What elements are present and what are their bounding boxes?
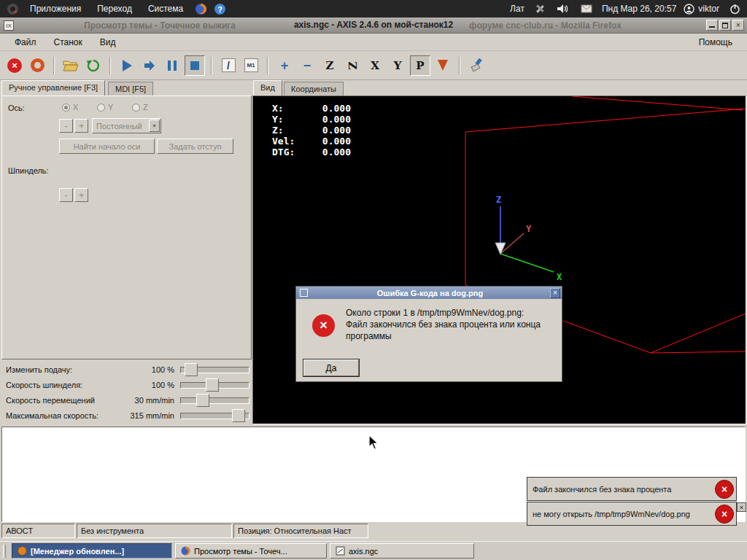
home-axis-button[interactable]: Найти начало оси xyxy=(59,139,155,154)
run-program-button[interactable] xyxy=(117,55,137,76)
user-switcher[interactable]: viktor xyxy=(684,4,719,15)
error-icon: × xyxy=(312,314,335,337)
radio-axis-y[interactable]: Y xyxy=(97,103,113,112)
toolbar-separator xyxy=(53,57,55,74)
minimize-button[interactable] xyxy=(706,20,718,31)
spindle-minus-button[interactable]: - xyxy=(59,188,73,202)
radio-axis-x[interactable]: X xyxy=(62,103,78,112)
maximize-button[interactable] xyxy=(719,20,731,31)
spindle-plus-button[interactable]: + xyxy=(74,188,88,202)
axis-label: Ось: xyxy=(8,104,25,112)
machine-axes: Z Y X xyxy=(495,195,562,282)
view-top-button[interactable]: Z xyxy=(320,55,340,76)
radio-icon xyxy=(132,104,140,112)
step-icon xyxy=(143,61,156,71)
dialog-message: Около строки 1 в /tmp/tmp9WmNev/dog.png:… xyxy=(346,307,554,342)
menu-applications[interactable]: Приложения xyxy=(23,1,88,16)
minimize-icon xyxy=(709,23,715,28)
view-rotated-top-button[interactable]: Z xyxy=(342,55,363,76)
close-button[interactable]: × xyxy=(732,20,744,31)
tools-tray-icon[interactable] xyxy=(532,1,548,16)
zoom-out-button[interactable]: − xyxy=(297,55,317,76)
manual-control-panel: Ось: X Y Z - + Постоянный ▼ Найти начало… xyxy=(1,96,252,359)
dialog-window-icon xyxy=(300,289,308,297)
menu-help[interactable]: Помощь xyxy=(692,35,740,50)
open-file-button[interactable] xyxy=(61,55,81,76)
rotate-view-button[interactable] xyxy=(433,55,453,76)
window-title: axis.ngc - AXIS 2.4.6 on мой-станок12 xyxy=(288,20,459,30)
notification-close-button[interactable]: × xyxy=(715,505,734,524)
feed-override-slider[interactable] xyxy=(180,363,249,376)
gcode-error-dialog: Ошибка G-кода на dog.png × × Около строк… xyxy=(295,286,562,382)
jog-speed-slider[interactable] xyxy=(180,394,249,407)
jog-plus-button[interactable]: + xyxy=(74,119,88,133)
toolbar-separator xyxy=(211,57,212,74)
keyboard-layout-indicator[interactable]: Лат xyxy=(510,4,525,14)
status-estop: АВОСТ xyxy=(1,524,75,538)
zoom-in-icon: + xyxy=(281,59,289,72)
tab-mdi[interactable]: MDI [F5] xyxy=(108,82,153,96)
feed-override-value: 100 % xyxy=(122,365,180,374)
clock[interactable]: Пнд Мар 26, 20:57 xyxy=(602,4,676,14)
window-titlebar[interactable]: IX Просмотр темы - Точечное выжига форум… xyxy=(0,18,747,34)
menu-view[interactable]: Вид xyxy=(93,35,123,50)
tab-manual-control[interactable]: Ручное управление [F3] xyxy=(1,80,105,96)
view-front-button[interactable]: Y xyxy=(387,55,408,76)
jog-increment-select[interactable]: Постоянный ▼ xyxy=(92,118,161,133)
clear-plot-button[interactable] xyxy=(466,55,487,76)
max-velocity-slider[interactable] xyxy=(180,409,249,422)
axis-z-label: Z xyxy=(496,195,501,205)
dialog-message-line1: Около строки 1 в /tmp/tmp9WmNev/dog.png: xyxy=(346,307,554,319)
background-window-title-left: Просмотр темы - Точечное выжига xyxy=(84,20,236,31)
menu-machine[interactable]: Станок xyxy=(47,35,90,50)
pause-button[interactable] xyxy=(162,55,182,76)
touch-off-button[interactable]: Задать отступ xyxy=(157,139,233,154)
tab-dro[interactable]: Координаты xyxy=(284,82,344,96)
spindle-override-value: 100 % xyxy=(122,381,180,389)
dialog-titlebar[interactable]: Ошибка G-кода на dog.png × xyxy=(296,287,562,299)
feed-override-row: Изменить подачу: 100 % xyxy=(1,362,252,377)
volume-tray-icon[interactable] xyxy=(555,1,571,16)
mail-tray-icon[interactable] xyxy=(578,1,595,16)
menubar: Файл Станок Вид Помощь xyxy=(0,34,747,51)
main-menu-icon[interactable] xyxy=(4,1,20,16)
taskbar-item-update-manager[interactable]: [Менеджер обновлен...] xyxy=(12,543,172,559)
jog-minus-button[interactable]: - xyxy=(59,119,73,133)
machine-power-button[interactable] xyxy=(27,55,47,76)
zoom-in-button[interactable]: + xyxy=(274,55,295,76)
firefox-launcher-icon[interactable] xyxy=(193,1,209,16)
stop-button[interactable] xyxy=(185,55,205,76)
svg-text:?: ? xyxy=(217,4,222,13)
mouse-cursor xyxy=(368,435,379,451)
taskbar-grip[interactable] xyxy=(3,545,6,558)
step-button[interactable] xyxy=(139,55,160,76)
spindle-override-slider[interactable] xyxy=(180,378,249,392)
spindle-override-label: Скорость шпинделя: xyxy=(6,381,122,389)
estop-button[interactable]: × xyxy=(4,55,25,76)
menu-places[interactable]: Переход xyxy=(90,1,139,16)
rotate-cone-icon xyxy=(438,60,448,71)
taskbar-item-axis[interactable]: axis.ngc xyxy=(330,543,474,559)
axis-y-label: Y xyxy=(526,224,532,234)
dialog-ok-button[interactable]: Да xyxy=(303,359,359,376)
notification-dismiss-icon[interactable]: × xyxy=(737,502,746,512)
slider-thumb[interactable] xyxy=(185,363,198,376)
view-side-button[interactable]: X xyxy=(365,55,385,76)
view-perspective-button[interactable]: P xyxy=(410,55,430,76)
dialog-close-button[interactable]: × xyxy=(550,288,560,298)
reload-file-button[interactable] xyxy=(83,55,104,76)
skip-lines-button[interactable]: / xyxy=(218,55,239,76)
menu-system[interactable]: Система xyxy=(142,1,190,16)
slider-thumb[interactable] xyxy=(196,394,209,407)
radio-axis-z[interactable]: Z xyxy=(132,103,148,112)
view-top-icon: Z xyxy=(326,60,334,71)
notification-close-button[interactable]: × xyxy=(715,480,734,499)
taskbar-item-firefox[interactable]: Просмотр темы - Точеч... xyxy=(175,543,327,559)
power-icon[interactable] xyxy=(727,1,743,16)
slider-thumb[interactable] xyxy=(232,409,245,422)
tab-preview[interactable]: Вид xyxy=(253,80,282,96)
slider-thumb[interactable] xyxy=(206,378,219,392)
menu-file[interactable]: Файл xyxy=(7,35,44,50)
help-launcher-icon[interactable]: ? xyxy=(212,1,228,16)
optional-pause-button[interactable]: M1 xyxy=(241,55,261,76)
